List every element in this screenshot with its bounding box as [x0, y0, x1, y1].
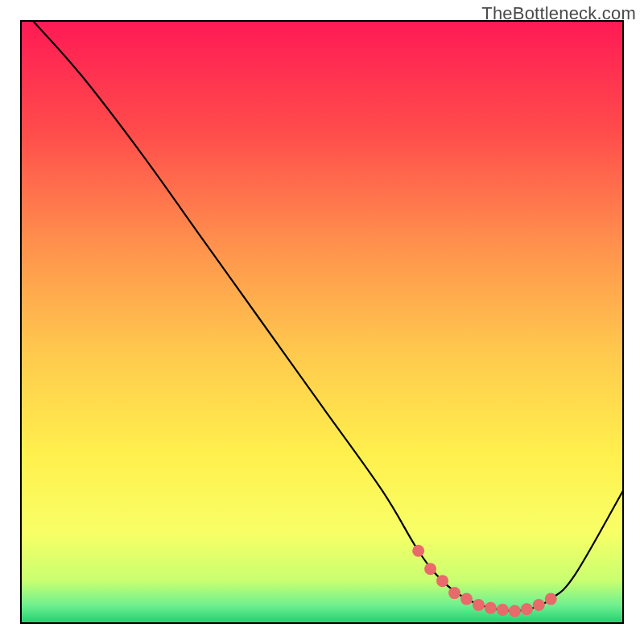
highlight-dot	[497, 604, 509, 616]
highlight-dot	[448, 587, 460, 599]
bottleneck-chart: TheBottleneck.com	[0, 0, 644, 644]
watermark-text: TheBottleneck.com	[481, 3, 636, 24]
chart-svg	[0, 0, 644, 644]
highlight-dot	[473, 599, 485, 611]
highlight-dot	[412, 545, 424, 557]
highlight-dot	[436, 575, 448, 587]
highlight-dot	[521, 603, 533, 615]
highlight-dot	[545, 593, 557, 605]
highlight-dot	[485, 602, 497, 614]
highlight-dot	[509, 605, 521, 617]
highlight-dot	[533, 599, 545, 611]
highlight-dot	[460, 593, 473, 605]
highlight-dot	[424, 563, 436, 575]
gradient-background	[21, 21, 623, 623]
